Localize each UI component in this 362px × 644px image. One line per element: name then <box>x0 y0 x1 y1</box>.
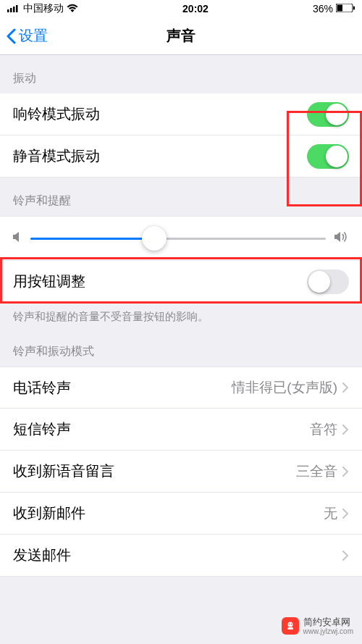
ring-vibrate-label: 响铃模式振动 <box>13 104 100 124</box>
chevron-right-icon <box>342 382 349 393</box>
pattern-row[interactable]: 收到新邮件 无 <box>0 493 362 535</box>
carrier-text: 中国移动 <box>23 2 64 15</box>
chevron-right-icon <box>342 424 349 435</box>
svg-rect-1 <box>10 8 12 12</box>
status-time: 20:02 <box>182 3 209 14</box>
chevron-right-icon <box>342 466 349 477</box>
pattern-value: 情非得已(女声版) <box>232 378 349 397</box>
back-button[interactable]: 设置 <box>0 26 48 46</box>
pattern-value: 三全音 <box>296 462 349 481</box>
silent-vibrate-label: 静音模式振动 <box>13 146 100 166</box>
pattern-row[interactable]: 短信铃声 音符 <box>0 409 362 451</box>
pattern-row[interactable]: 收到新语音留言 三全音 <box>0 451 362 493</box>
battery-percent: 36% <box>313 3 333 14</box>
pattern-row[interactable]: 发送邮件 <box>0 535 362 577</box>
vibration-header: 振动 <box>0 55 362 93</box>
back-label: 设置 <box>19 26 48 46</box>
svg-point-7 <box>287 622 292 627</box>
chevron-left-icon <box>6 28 16 44</box>
watermark: 简约安卓网 www.jylzwj.com <box>282 617 353 635</box>
nav-bar: 设置 声音 <box>0 17 362 55</box>
chevron-right-icon <box>342 508 349 519</box>
watermark-name: 简约安卓网 <box>303 617 353 627</box>
ring-vibrate-row[interactable]: 响铃模式振动 <box>0 93 362 135</box>
watermark-url: www.jylzwj.com <box>303 627 353 635</box>
volume-slider-thumb[interactable] <box>142 226 167 251</box>
battery-icon <box>336 3 355 14</box>
ring-vibrate-toggle[interactable] <box>307 102 349 127</box>
ringer-footer: 铃声和提醒的音量不受音量按钮的影响。 <box>0 303 362 328</box>
pattern-row[interactable]: 电话铃声 情非得已(女声版) <box>0 367 362 409</box>
pattern-value: 音符 <box>310 420 349 439</box>
wifi-icon <box>67 3 78 14</box>
pattern-label: 电话铃声 <box>13 378 71 398</box>
svg-rect-3 <box>16 5 18 12</box>
volume-high-icon <box>334 230 349 246</box>
pattern-label: 发送邮件 <box>13 545 71 565</box>
watermark-badge-icon <box>282 617 299 635</box>
svg-rect-5 <box>337 5 343 12</box>
svg-rect-0 <box>7 9 9 12</box>
svg-point-9 <box>290 624 292 625</box>
button-adjust-row[interactable]: 用按钮调整 <box>0 261 362 303</box>
volume-slider[interactable] <box>30 238 326 240</box>
silent-vibrate-row[interactable]: 静音模式振动 <box>0 135 362 177</box>
chevron-right-icon <box>342 550 349 561</box>
silent-vibrate-toggle[interactable] <box>307 144 349 169</box>
svg-rect-6 <box>353 7 355 10</box>
pattern-label: 收到新邮件 <box>13 503 85 523</box>
pattern-value <box>342 550 349 561</box>
volume-slider-row <box>0 216 362 261</box>
pattern-label: 短信铃声 <box>13 419 71 439</box>
button-adjust-label: 用按钮调整 <box>13 272 85 291</box>
button-adjust-toggle[interactable] <box>307 269 349 294</box>
svg-rect-10 <box>287 627 293 630</box>
status-bar: 中国移动 20:02 36% <box>0 0 362 17</box>
pattern-label: 收到新语音留言 <box>13 461 114 481</box>
volume-low-icon <box>13 231 22 246</box>
svg-rect-2 <box>13 7 15 12</box>
svg-point-8 <box>288 624 290 625</box>
page-title: 声音 <box>0 26 362 46</box>
ringer-header: 铃声和提醒 <box>0 177 362 216</box>
patterns-header: 铃声和振动模式 <box>0 328 362 367</box>
pattern-value: 无 <box>324 504 349 523</box>
signal-icon <box>7 3 20 14</box>
